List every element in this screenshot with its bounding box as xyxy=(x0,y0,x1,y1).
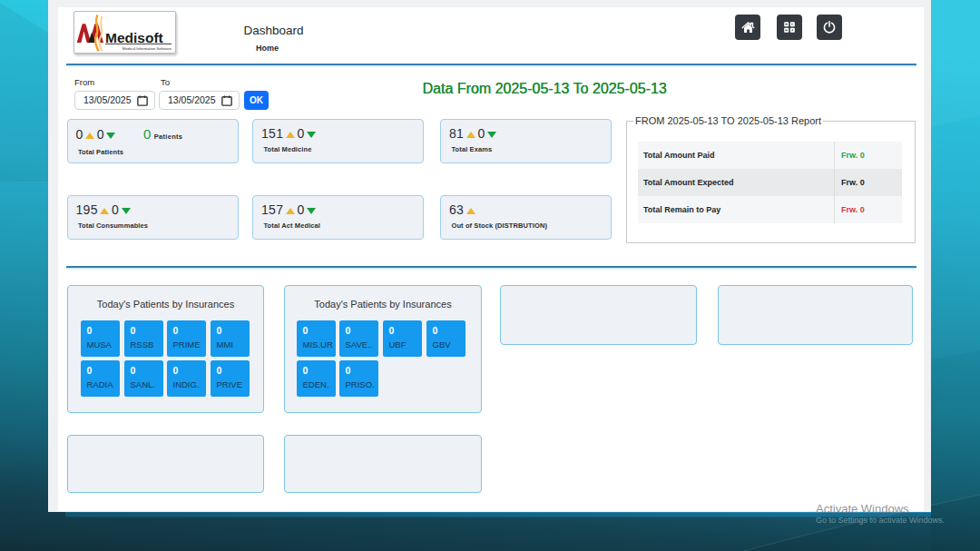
svg-text:Medisoft: Medisoft xyxy=(105,30,163,45)
svg-text:Medical Information Software: Medical Information Software xyxy=(122,46,172,51)
